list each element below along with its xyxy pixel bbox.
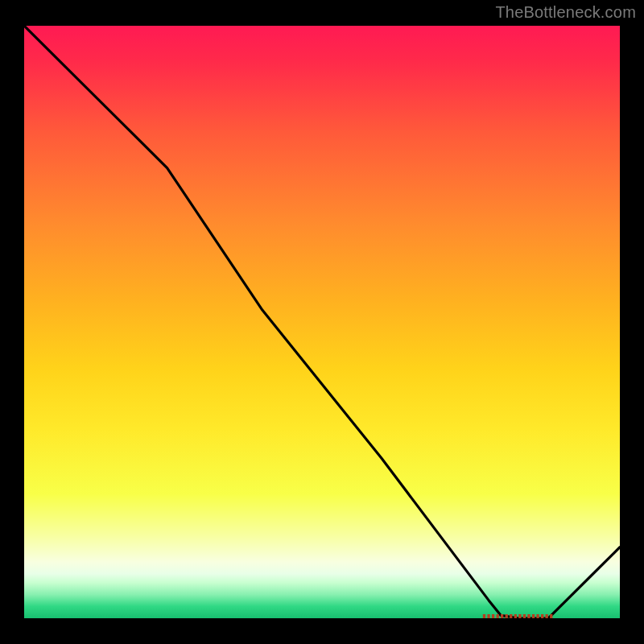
chart-frame (0, 0, 644, 644)
svg-rect-5 (506, 614, 508, 618)
chart-svg (24, 26, 620, 618)
svg-rect-11 (532, 614, 535, 618)
svg-rect-14 (546, 614, 548, 618)
svg-rect-9 (523, 614, 526, 618)
svg-rect-12 (536, 614, 539, 618)
chart-stage: TheBottleneck.com (0, 0, 644, 644)
svg-rect-10 (527, 614, 530, 618)
svg-rect-15 (550, 614, 552, 618)
bottleneck-curve (24, 26, 620, 618)
svg-rect-3 (497, 614, 499, 618)
svg-rect-1 (487, 614, 489, 618)
svg-rect-13 (541, 614, 543, 618)
svg-rect-2 (492, 614, 494, 618)
svg-rect-6 (510, 614, 512, 618)
svg-rect-0 (483, 614, 485, 618)
svg-rect-7 (514, 614, 517, 618)
svg-rect-8 (518, 614, 521, 618)
plot-area (24, 26, 620, 618)
svg-rect-4 (501, 614, 503, 618)
